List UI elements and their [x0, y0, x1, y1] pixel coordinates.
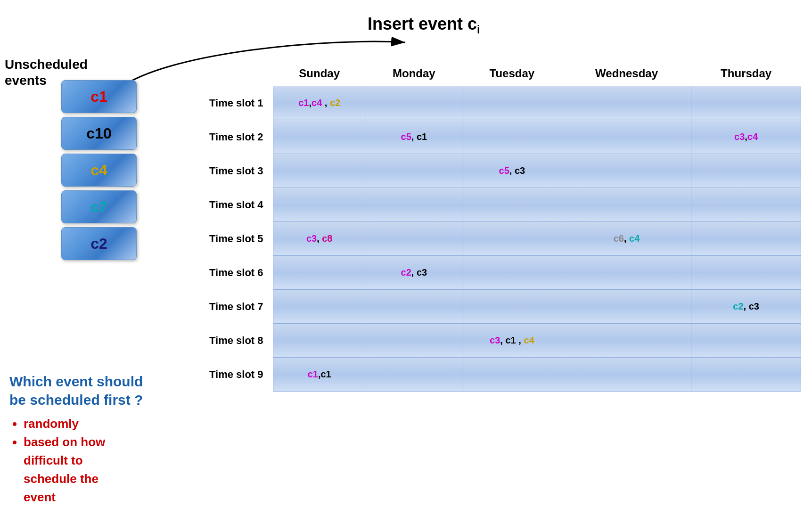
cell-4-thursday — [691, 188, 801, 222]
header-wednesday: Wednesday — [562, 61, 691, 86]
cell-9-wednesday — [562, 358, 691, 392]
cell-5-sunday: c3, c8 — [273, 222, 366, 256]
table-row: Time slot 8 c3, c1 , c4 — [203, 324, 801, 358]
bullet-difficult: based on howdifficult toschedule theeven… — [24, 433, 198, 507]
cell-8-wednesday — [562, 324, 691, 358]
header-thursday: Thursday — [691, 61, 801, 86]
bullet-randomly: randomly — [24, 415, 198, 433]
cell-4-tuesday — [462, 188, 562, 222]
schedule-table: Sunday Monday Tuesday Wednesday Thursday… — [203, 61, 801, 392]
cell-6-tuesday — [462, 256, 562, 290]
header-monday: Monday — [366, 61, 462, 86]
event-card-c2: c2 — [61, 227, 137, 260]
time-label-8: Time slot 8 — [203, 324, 273, 358]
cell-2-sunday — [273, 120, 366, 154]
table-row: Time slot 4 — [203, 188, 801, 222]
cell-5-thursday — [691, 222, 801, 256]
cell-7-sunday — [273, 290, 366, 324]
table-row: Time slot 1 c1,c4 , c2 — [203, 86, 801, 120]
time-label-7: Time slot 7 — [203, 290, 273, 324]
cell-1-tuesday — [462, 86, 562, 120]
cell-6-wednesday — [562, 256, 691, 290]
cell-2-thursday: c3,c4 — [691, 120, 801, 154]
cell-3-wednesday — [562, 154, 691, 188]
time-label-1: Time slot 1 — [203, 86, 273, 120]
cell-3-monday — [366, 154, 462, 188]
page-container: Unscheduledevents Insert event ci c1 c10… — [0, 0, 812, 515]
cell-9-tuesday — [462, 358, 562, 392]
time-label-4: Time slot 4 — [203, 188, 273, 222]
time-label-6: Time slot 6 — [203, 256, 273, 290]
cell-4-sunday — [273, 188, 366, 222]
cell-6-thursday — [691, 256, 801, 290]
cell-5-tuesday — [462, 222, 562, 256]
cell-8-tuesday: c3, c1 , c4 — [462, 324, 562, 358]
cell-2-wednesday — [562, 120, 691, 154]
cell-5-monday — [366, 222, 462, 256]
question-text: Which event shouldbe scheduled first ? — [9, 372, 198, 409]
event-card-c10: c10 — [61, 117, 137, 150]
header-tuesday: Tuesday — [462, 61, 562, 86]
event-card-c4: c4 — [61, 154, 137, 187]
cell-1-wednesday — [562, 86, 691, 120]
cell-7-wednesday — [562, 290, 691, 324]
time-label-2: Time slot 2 — [203, 120, 273, 154]
table-row: Time slot 3 c5, c3 — [203, 154, 801, 188]
bullet-list: randomly based on howdifficult toschedul… — [9, 415, 198, 507]
cell-7-monday — [366, 290, 462, 324]
cell-7-thursday: c2, c3 — [691, 290, 801, 324]
table-row: Time slot 2 c5, c1 c3,c4 — [203, 120, 801, 154]
table-row: Time slot 9 c1,c1 — [203, 358, 801, 392]
cell-1-sunday: c1,c4 , c2 — [273, 86, 366, 120]
cell-3-thursday — [691, 154, 801, 188]
cell-9-monday — [366, 358, 462, 392]
header-sunday: Sunday — [273, 61, 366, 86]
cell-7-tuesday — [462, 290, 562, 324]
cell-3-sunday — [273, 154, 366, 188]
table-row: Time slot 6 c2, c3 — [203, 256, 801, 290]
cell-9-sunday: c1,c1 — [273, 358, 366, 392]
cell-3-tuesday: c5, c3 — [462, 154, 562, 188]
cell-1-thursday — [691, 86, 801, 120]
cell-2-tuesday — [462, 120, 562, 154]
cell-4-wednesday — [562, 188, 691, 222]
time-label-3: Time slot 3 — [203, 154, 273, 188]
cell-8-sunday — [273, 324, 366, 358]
table-row: Time slot 7 c2, c3 — [203, 290, 801, 324]
bottom-question: Which event shouldbe scheduled first ? r… — [9, 372, 198, 507]
event-card-c1: c1 — [61, 80, 137, 113]
time-label-5: Time slot 5 — [203, 222, 273, 256]
cell-9-thursday — [691, 358, 801, 392]
cell-4-monday — [366, 188, 462, 222]
event-card-c7: c7 — [61, 190, 137, 223]
cell-6-monday: c2, c3 — [366, 256, 462, 290]
insert-event-title: Insert event ci — [368, 14, 480, 36]
cell-2-monday: c5, c1 — [366, 120, 462, 154]
cell-1-monday — [366, 86, 462, 120]
cell-5-wednesday: c6, c4 — [562, 222, 691, 256]
cell-8-thursday — [691, 324, 801, 358]
table-row: Time slot 5 c3, c8 c6, c4 — [203, 222, 801, 256]
schedule-table-container: Sunday Monday Tuesday Wednesday Thursday… — [203, 61, 801, 392]
cell-8-monday — [366, 324, 462, 358]
cell-6-sunday — [273, 256, 366, 290]
event-stack: c1 c10 c4 c7 c2 — [61, 80, 137, 260]
time-label-9: Time slot 9 — [203, 358, 273, 392]
